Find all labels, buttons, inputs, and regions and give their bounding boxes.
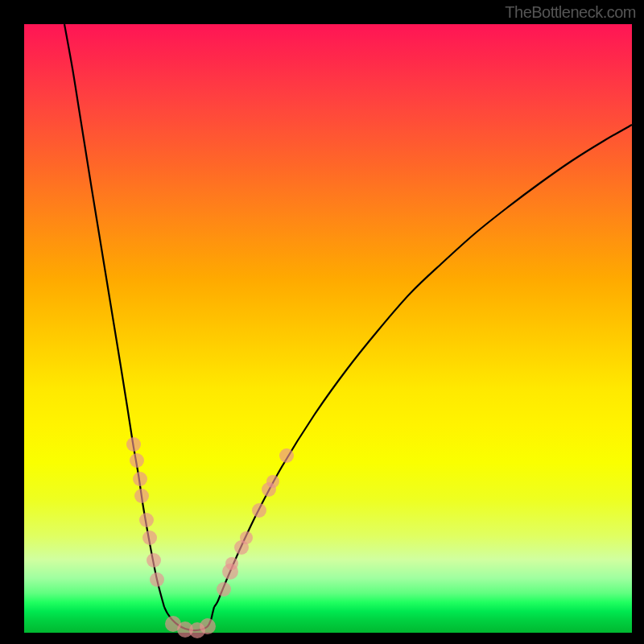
chart-svg	[24, 24, 632, 633]
data-point	[217, 582, 231, 597]
data-point	[240, 531, 253, 544]
data-point	[147, 553, 161, 568]
data-point	[142, 530, 157, 545]
data-point	[279, 448, 294, 463]
chart-container: TheBottleneck.com	[0, 0, 644, 644]
data-point	[130, 453, 144, 468]
data-point	[134, 489, 149, 503]
scatter-dots	[126, 437, 294, 638]
data-point	[150, 572, 164, 587]
watermark-text: TheBottleneck.com	[505, 3, 636, 22]
data-point	[139, 513, 154, 527]
data-point	[252, 503, 266, 518]
right-curve	[214, 125, 632, 607]
data-point	[200, 618, 216, 634]
data-point	[266, 475, 279, 488]
data-point	[126, 437, 141, 452]
data-point	[225, 557, 238, 570]
data-point	[133, 472, 147, 486]
